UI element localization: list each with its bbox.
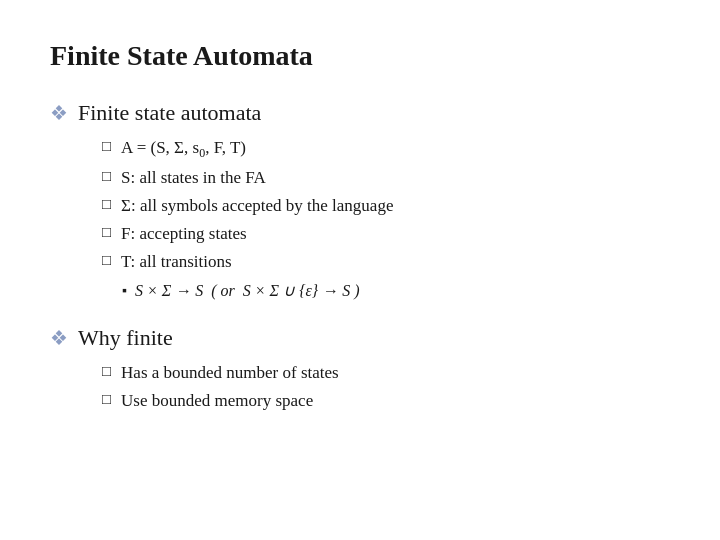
- square-bullet-icon: □: [102, 138, 111, 155]
- item-text-memory: Use bounded memory space: [121, 389, 313, 413]
- item-text-f: F: accepting states: [121, 222, 247, 246]
- square-bullet-icon: □: [102, 196, 111, 213]
- items-list-finite: □ A = (S, Σ, s0, F, T) □ S: all states i…: [102, 136, 670, 303]
- square-bullet-icon: □: [102, 391, 111, 408]
- list-item: □ Has a bounded number of states: [102, 361, 670, 385]
- square-bullet-icon: □: [102, 363, 111, 380]
- square-bullet-icon: □: [102, 252, 111, 269]
- item-text-s: S: all states in the FA: [121, 166, 266, 190]
- list-item: □ A = (S, Σ, s0, F, T): [102, 136, 670, 162]
- section-finite-state: ❖ Finite state automata □ A = (S, Σ, s0,…: [50, 100, 670, 303]
- diamond-icon-1: ❖: [50, 101, 68, 125]
- list-item: □ Use bounded memory space: [102, 389, 670, 413]
- item-text-t: T: all transitions: [121, 250, 232, 274]
- sub-item-text-transition: S × Σ → S ( or S × Σ ∪ {ε} → S ): [135, 280, 360, 302]
- section-header-finite: ❖ Finite state automata: [50, 100, 670, 126]
- list-item: □ F: accepting states: [102, 222, 670, 246]
- diamond-icon-2: ❖: [50, 326, 68, 350]
- item-text-bounded: Has a bounded number of states: [121, 361, 339, 385]
- section-header-why: ❖ Why finite: [50, 325, 670, 351]
- square-bullet-icon: □: [102, 224, 111, 241]
- item-text-sigma: Σ: all symbols accepted by the language: [121, 194, 393, 218]
- section-title-finite: Finite state automata: [78, 100, 261, 126]
- item-text-a: A = (S, Σ, s0, F, T): [121, 136, 246, 162]
- list-item: □ S: all states in the FA: [102, 166, 670, 190]
- square-bullet-icon: □: [102, 168, 111, 185]
- slide-container: Finite State Automata ❖ Finite state aut…: [0, 0, 720, 540]
- items-list-why: □ Has a bounded number of states □ Use b…: [102, 361, 670, 413]
- section-title-why: Why finite: [78, 325, 173, 351]
- section-why-finite: ❖ Why finite □ Has a bounded number of s…: [50, 325, 670, 413]
- sub-bullet-icon: ▪: [122, 283, 127, 299]
- slide-title: Finite State Automata: [50, 40, 670, 72]
- list-item: □ Σ: all symbols accepted by the languag…: [102, 194, 670, 218]
- list-item: □ T: all transitions: [102, 250, 670, 274]
- sub-list-item: ▪ S × Σ → S ( or S × Σ ∪ {ε} → S ): [122, 280, 670, 302]
